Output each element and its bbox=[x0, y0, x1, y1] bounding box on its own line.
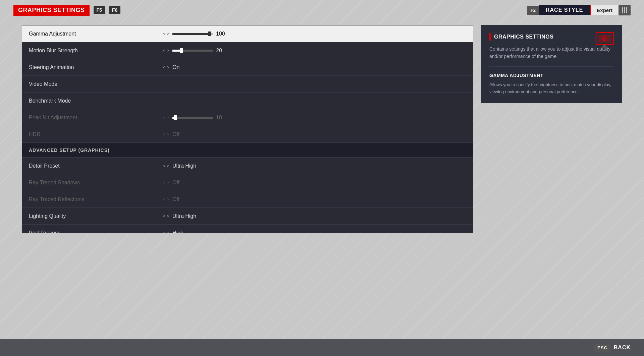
setting-value-ray-traced-reflections: Off bbox=[172, 196, 199, 202]
svg-rect-7 bbox=[624, 11, 625, 13]
setting-row-advanced-header: ADVANCED SETUP (GRAPHICS) bbox=[22, 143, 473, 158]
setting-name-motion-blur: Motion Blur Strength bbox=[29, 48, 163, 54]
red-accent-bar bbox=[489, 33, 491, 41]
bottom-bar: Esc BACK bbox=[0, 339, 644, 356]
chevrons-motion-blur[interactable]: <> bbox=[163, 48, 169, 53]
setting-value-ray-traced-shadows: Off bbox=[172, 180, 199, 186]
slider-thumb-gamma[interactable] bbox=[208, 32, 211, 36]
setting-control-ray-traced-shadows: <>Off bbox=[163, 180, 466, 186]
chevrons-post-process[interactable]: <> bbox=[163, 231, 169, 233]
f6-key[interactable]: F6 bbox=[109, 6, 120, 14]
info-panel-subtitle: GAMMA ADJUSTMENT bbox=[489, 73, 614, 78]
section-header-text: ADVANCED SETUP (GRAPHICS) bbox=[29, 147, 110, 153]
chevron-left-ray-traced-shadows[interactable]: < bbox=[163, 180, 165, 185]
setting-value-peak-nit: 10 bbox=[216, 115, 243, 121]
f5-key[interactable]: F5 bbox=[94, 6, 105, 14]
chevron-left-motion-blur[interactable]: < bbox=[163, 48, 165, 53]
expert-value[interactable]: Expert bbox=[590, 5, 619, 15]
chevron-right-detail-preset[interactable]: > bbox=[167, 164, 169, 168]
setting-name-benchmark-mode: Benchmark Mode bbox=[29, 98, 163, 104]
setting-control-post-process: <>High bbox=[163, 230, 466, 233]
setting-row-detail-preset[interactable]: Detail Preset<>Ultra High bbox=[22, 158, 473, 174]
chevron-right-lighting-quality[interactable]: > bbox=[167, 214, 169, 219]
chevrons-ray-traced-reflections[interactable]: <> bbox=[163, 197, 169, 202]
back-button[interactable]: Esc BACK bbox=[594, 344, 631, 352]
setting-control-steering-anim: <>On bbox=[163, 64, 466, 70]
settings-panel[interactable]: Gamma Adjustment<>100Motion Blur Strengt… bbox=[22, 25, 473, 233]
race-style-label: RACE STYLE bbox=[539, 5, 590, 15]
setting-row-steering-anim[interactable]: Steering Animation<>On bbox=[22, 59, 473, 76]
setting-control-peak-nit: <>10 bbox=[163, 115, 466, 121]
setting-row-ray-traced-reflections[interactable]: Ray Traced Reflections<>Off bbox=[22, 191, 473, 208]
setting-row-video-mode[interactable]: Video Mode bbox=[22, 76, 473, 93]
slider-track-gamma[interactable] bbox=[172, 33, 213, 35]
setting-value-hdr: Off bbox=[172, 131, 199, 137]
top-bar: Graphics Settings F5 F6 F2 RACE STYLE Ex… bbox=[0, 0, 644, 20]
setting-row-gamma[interactable]: Gamma Adjustment<>100 bbox=[22, 25, 473, 42]
setting-value-motion-blur: 20 bbox=[216, 48, 243, 54]
chevron-right-motion-blur[interactable]: > bbox=[167, 48, 169, 53]
esc-key: Esc bbox=[594, 344, 610, 352]
info-panel-subdescription: Allows you to specify the brightness to … bbox=[489, 81, 614, 96]
setting-name-gamma: Gamma Adjustment bbox=[29, 31, 163, 37]
setting-row-post-process[interactable]: Post Process<>High bbox=[22, 225, 473, 233]
chevron-left-detail-preset[interactable]: < bbox=[163, 164, 165, 168]
chevrons-gamma[interactable]: <> bbox=[163, 32, 169, 36]
chevrons-ray-traced-shadows[interactable]: <> bbox=[163, 180, 169, 185]
setting-control-motion-blur: <>20 bbox=[163, 48, 466, 54]
f2-key[interactable]: F2 bbox=[527, 6, 539, 15]
chevrons-detail-preset[interactable]: <> bbox=[163, 164, 169, 168]
slider-thumb-motion-blur[interactable] bbox=[180, 48, 183, 53]
svg-rect-14 bbox=[601, 47, 608, 48]
slider-track-motion-blur[interactable] bbox=[172, 50, 213, 52]
svg-rect-8 bbox=[626, 11, 627, 13]
setting-control-hdr: <>Off bbox=[163, 131, 466, 137]
info-panel-title: GRAPHICS SETTINGS bbox=[494, 34, 553, 40]
slider-fill-motion-blur bbox=[172, 50, 180, 52]
setting-name-lighting-quality: Lighting Quality bbox=[29, 213, 163, 219]
setting-value-post-process: High bbox=[172, 230, 199, 233]
setting-value-steering-anim: On bbox=[172, 64, 199, 70]
setting-value-gamma: 100 bbox=[216, 31, 243, 37]
chevrons-steering-anim[interactable]: <> bbox=[163, 65, 169, 70]
slider-fill-gamma bbox=[172, 33, 209, 35]
setting-row-motion-blur[interactable]: Motion Blur Strength<>20 bbox=[22, 42, 473, 59]
chevron-right-hdr[interactable]: > bbox=[167, 132, 169, 137]
slider-track-peak-nit[interactable] bbox=[172, 117, 213, 119]
chevron-left-gamma[interactable]: < bbox=[163, 32, 165, 36]
chevron-right-ray-traced-shadows[interactable]: > bbox=[167, 180, 169, 185]
setting-row-ray-traced-shadows[interactable]: Ray Traced Shadows<>Off bbox=[22, 174, 473, 191]
setting-name-hdr: HDR bbox=[29, 131, 163, 137]
chevrons-hdr[interactable]: <> bbox=[163, 132, 169, 137]
setting-value-lighting-quality: Ultra High bbox=[172, 213, 199, 219]
chevron-right-gamma[interactable]: > bbox=[167, 32, 169, 36]
setting-value-detail-preset: Ultra High bbox=[172, 163, 199, 169]
setting-name-steering-anim: Steering Animation bbox=[29, 64, 163, 70]
svg-rect-0 bbox=[622, 7, 623, 9]
chevron-left-lighting-quality[interactable]: < bbox=[163, 214, 165, 219]
chevron-right-ray-traced-reflections[interactable]: > bbox=[167, 197, 169, 202]
top-right: F2 RACE STYLE Expert bbox=[527, 5, 631, 15]
setting-row-hdr[interactable]: HDR<>Off bbox=[22, 126, 473, 143]
main-content: Gamma Adjustment<>100Motion Blur Strengt… bbox=[22, 25, 622, 346]
chevron-left-steering-anim[interactable]: < bbox=[163, 65, 165, 70]
chevron-right-steering-anim[interactable]: > bbox=[167, 65, 169, 70]
svg-rect-6 bbox=[622, 11, 623, 13]
setting-row-lighting-quality[interactable]: Lighting Quality<>Ultra High bbox=[22, 208, 473, 225]
svg-point-12 bbox=[604, 38, 605, 39]
svg-rect-4 bbox=[624, 9, 625, 11]
chevron-right-peak-nit[interactable]: > bbox=[167, 115, 169, 120]
setting-row-benchmark-mode[interactable]: Benchmark Mode bbox=[22, 93, 473, 109]
chevron-left-hdr[interactable]: < bbox=[163, 132, 165, 137]
chevron-left-ray-traced-reflections[interactable]: < bbox=[163, 197, 165, 202]
chevron-right-post-process[interactable]: > bbox=[167, 231, 169, 233]
setting-control-ray-traced-reflections: <>Off bbox=[163, 196, 466, 202]
chevron-left-peak-nit[interactable]: < bbox=[163, 115, 165, 120]
grid-icon[interactable] bbox=[619, 5, 631, 15]
slider-thumb-peak-nit[interactable] bbox=[174, 115, 177, 120]
setting-row-peak-nit[interactable]: Peak Nit Adjustment<>10 bbox=[22, 109, 473, 126]
chevrons-lighting-quality[interactable]: <> bbox=[163, 214, 169, 219]
chevron-left-post-process[interactable]: < bbox=[163, 231, 165, 233]
chevrons-peak-nit[interactable]: <> bbox=[163, 115, 169, 120]
info-divider bbox=[489, 66, 614, 67]
